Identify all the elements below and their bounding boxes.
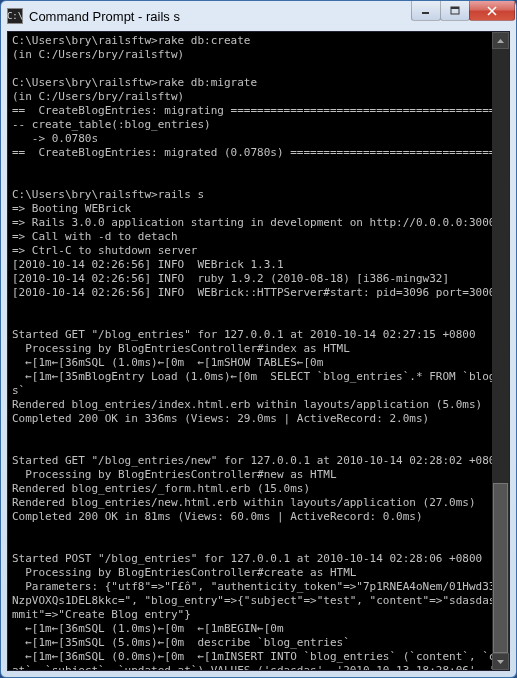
chevron-down-icon	[497, 660, 504, 664]
scroll-thumb[interactable]	[493, 483, 508, 653]
minimize-button[interactable]	[411, 1, 441, 21]
terminal-output[interactable]: C:\Users\bry\railsftw>rake db:create (in…	[8, 32, 492, 670]
maximize-button[interactable]	[440, 1, 470, 21]
close-icon	[486, 6, 498, 16]
window-controls	[412, 1, 515, 21]
cmd-window: C:\ Command Prompt - rails s C:\Users\br…	[0, 0, 517, 678]
titlebar[interactable]: C:\ Command Prompt - rails s	[1, 1, 516, 31]
cmd-icon: C:\	[7, 8, 23, 24]
vertical-scrollbar[interactable]	[492, 32, 509, 670]
client-area: C:\Users\bry\railsftw>rake db:create (in…	[7, 31, 510, 671]
minimize-icon	[421, 6, 431, 16]
chevron-up-icon	[497, 39, 504, 43]
close-button[interactable]	[469, 1, 515, 21]
svg-marker-6	[497, 660, 504, 664]
svg-marker-5	[497, 39, 504, 43]
scroll-track[interactable]	[492, 49, 509, 653]
scroll-up-button[interactable]	[492, 32, 509, 49]
maximize-icon	[450, 6, 460, 16]
scroll-down-button[interactable]	[492, 653, 509, 670]
